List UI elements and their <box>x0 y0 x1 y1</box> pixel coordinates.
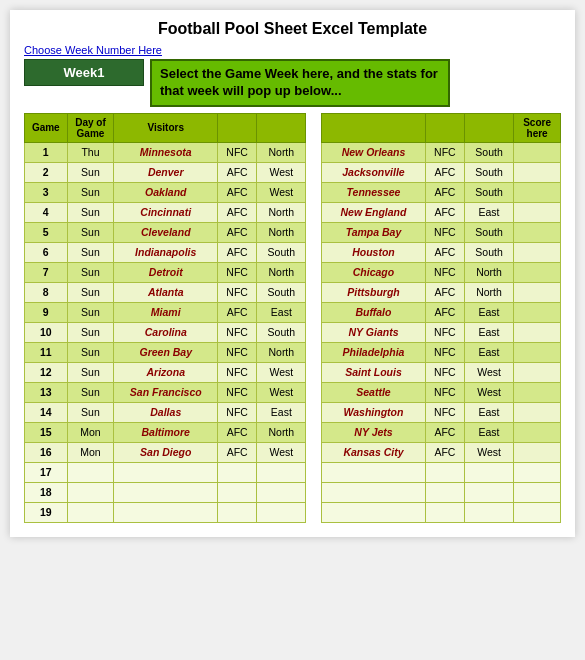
table-cell: Indianapolis <box>114 242 218 262</box>
header-vconf <box>218 113 257 142</box>
table-cell: Detroit <box>114 262 218 282</box>
table-cell: 14 <box>25 402 68 422</box>
table-cell: Dallas <box>114 402 218 422</box>
table-cell: 17 <box>25 462 68 482</box>
table-cell: South <box>464 162 513 182</box>
table-cell <box>514 462 561 482</box>
table-cell: South <box>257 282 306 302</box>
table-cell: AFC <box>425 182 464 202</box>
table-cell: Mon <box>67 422 114 442</box>
table-cell: NFC <box>425 322 464 342</box>
table-cell: NFC <box>218 402 257 422</box>
table-cell <box>514 482 561 502</box>
table-cell <box>464 502 513 522</box>
table-cell <box>114 462 218 482</box>
table-cell: Sun <box>67 282 114 302</box>
table-cell: 6 <box>25 242 68 262</box>
table-cell: NFC <box>218 382 257 402</box>
table-cell: North <box>257 222 306 242</box>
table-cell: Seattle <box>322 382 426 402</box>
table-cell: 18 <box>25 482 68 502</box>
table-cell: NFC <box>218 282 257 302</box>
table-cell: Cleveland <box>114 222 218 242</box>
header-visitors: Visitors <box>114 113 218 142</box>
table-cell: North <box>257 202 306 222</box>
table-cell: AFC <box>218 242 257 262</box>
table-cell: Washington <box>322 402 426 422</box>
table-cell: Sun <box>67 202 114 222</box>
table-cell: Jacksonville <box>322 162 426 182</box>
table-cell: AFC <box>425 282 464 302</box>
table-cell: South <box>464 222 513 242</box>
header-hdiv <box>464 113 513 142</box>
table-cell: NY Giants <box>322 322 426 342</box>
table-cell: Tampa Bay <box>322 222 426 242</box>
table-cell: NFC <box>218 342 257 362</box>
table-cell: North <box>464 262 513 282</box>
table-cell: Sun <box>67 222 114 242</box>
table-cell: 7 <box>25 262 68 282</box>
table-cell: West <box>464 362 513 382</box>
table-cell: AFC <box>425 162 464 182</box>
table-cell: South <box>257 242 306 262</box>
table-cell: Oakland <box>114 182 218 202</box>
table-cell: East <box>464 402 513 422</box>
table-cell <box>218 462 257 482</box>
week-selector[interactable]: Week1 <box>24 59 144 86</box>
table-cell: West <box>257 162 306 182</box>
table-cell: NFC <box>425 142 464 162</box>
table-cell: 2 <box>25 162 68 182</box>
table-cell: AFC <box>218 222 257 242</box>
table-row: 11SunGreen BayNFCNorthPhiladelphiaNFCEas… <box>25 342 561 362</box>
table-cell: Pittsburgh <box>322 282 426 302</box>
table-cell: 9 <box>25 302 68 322</box>
table-cell <box>514 302 561 322</box>
table-cell <box>257 502 306 522</box>
table-cell <box>514 282 561 302</box>
table-row: 12SunArizonaNFCWestSaint LouisNFCWest <box>25 362 561 382</box>
table-cell: Carolina <box>114 322 218 342</box>
page: Football Pool Sheet Excel Template Choos… <box>10 10 575 537</box>
table-cell: Denver <box>114 162 218 182</box>
table-cell <box>67 462 114 482</box>
table-row: 2SunDenverAFCWestJacksonvilleAFCSouth <box>25 162 561 182</box>
table-cell: Cincinnati <box>114 202 218 222</box>
table-cell: NFC <box>218 262 257 282</box>
table-cell <box>67 502 114 522</box>
table-cell: Mon <box>67 442 114 462</box>
table-cell <box>114 502 218 522</box>
table-row: 6SunIndianapolisAFCSouthHoustonAFCSouth <box>25 242 561 262</box>
table-cell: Sun <box>67 402 114 422</box>
table-cell <box>322 502 426 522</box>
table-cell: North <box>257 342 306 362</box>
table-cell: Sun <box>67 262 114 282</box>
table-cell: Sun <box>67 362 114 382</box>
table-cell: Sun <box>67 302 114 322</box>
table-cell: AFC <box>218 442 257 462</box>
table-row: 7SunDetroitNFCNorthChicagoNFCNorth <box>25 262 561 282</box>
table-cell <box>514 322 561 342</box>
table-cell: Minnesota <box>114 142 218 162</box>
header-day: Day of Game <box>67 113 114 142</box>
table-cell: AFC <box>425 302 464 322</box>
table-cell: Kansas City <box>322 442 426 462</box>
table-cell: East <box>257 402 306 422</box>
table-cell: Miami <box>114 302 218 322</box>
table-row: 4SunCincinnatiAFCNorthNew EnglandAFCEast <box>25 202 561 222</box>
table-cell <box>218 502 257 522</box>
table-cell: Houston <box>322 242 426 262</box>
table-cell: AFC <box>218 202 257 222</box>
table-cell: North <box>257 422 306 442</box>
table-cell: South <box>464 242 513 262</box>
table-cell: North <box>257 142 306 162</box>
table-cell: West <box>257 382 306 402</box>
table-cell: 8 <box>25 282 68 302</box>
table-cell: North <box>464 282 513 302</box>
table-row: 14SunDallasNFCEastWashingtonNFCEast <box>25 402 561 422</box>
tooltip-box: Select the Game Week here, and the stats… <box>150 59 450 107</box>
table-row: 13SunSan FranciscoNFCWestSeattleNFCWest <box>25 382 561 402</box>
table-cell: Sun <box>67 382 114 402</box>
table-row: 16MonSan DiegoAFCWestKansas CityAFCWest <box>25 442 561 462</box>
header-game: Game <box>25 113 68 142</box>
table-cell: Baltimore <box>114 422 218 442</box>
